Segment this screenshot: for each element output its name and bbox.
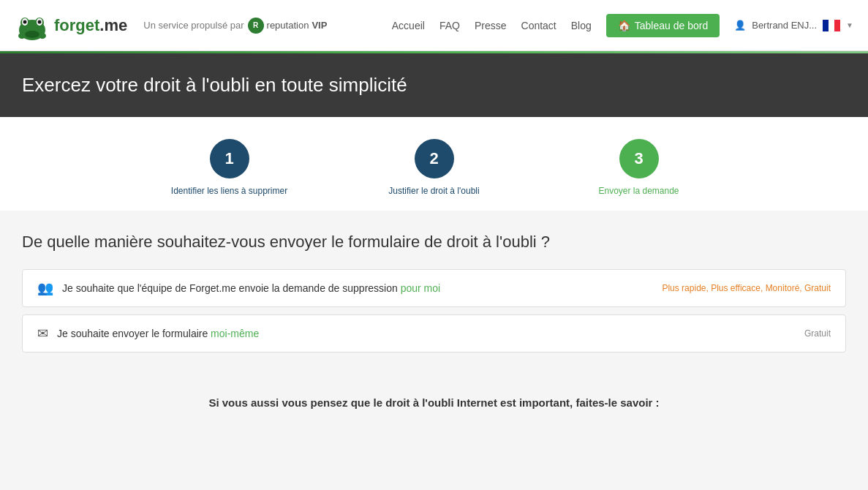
step-3-circle: 3 — [619, 139, 659, 178]
svg-point-7 — [25, 31, 39, 38]
option-self-badge: Gratuit — [804, 328, 831, 339]
option-team-badge: Plus rapide, Plus efficace, Monitoré, Gr… — [662, 283, 831, 293]
logo-brand: forget.me — [54, 16, 127, 35]
team-icon: 👥 — [37, 280, 53, 296]
option-self-left: ✉ Je souhaite envoyer le formulaire moi-… — [37, 325, 259, 342]
envelope-icon: ✉ — [37, 325, 48, 342]
svg-point-5 — [23, 20, 27, 23]
language-flag-icon — [823, 20, 840, 31]
powered-by-text: Un service propulsé par R reputation VIP — [143, 18, 327, 34]
step-3: 3 Envoyer la demande — [537, 139, 741, 196]
logo-area[interactable]: forget.me — [15, 8, 127, 43]
section-question: De quelle manière souhaitez-vous envoyer… — [22, 233, 846, 252]
hero-title: Exercez votre droit à l'oubli en toute s… — [22, 74, 846, 97]
user-icon: 👤 — [734, 20, 746, 31]
step-2-circle: 2 — [415, 139, 454, 178]
hero-banner: Exercez votre droit à l'oubli en toute s… — [0, 53, 868, 117]
step-1: 1 Identifier les liens à supprimer — [127, 139, 332, 196]
footer-cta: Si vous aussi vous pensez que le droit à… — [0, 374, 868, 431]
dashboard-label: Tableau de bord — [635, 20, 708, 31]
step-1-circle: 1 — [210, 139, 249, 178]
main-nav: Accueil FAQ Presse Contact Blog 🏠 Tablea… — [392, 14, 853, 37]
nav-presse[interactable]: Presse — [475, 20, 507, 31]
user-name: Bertrand ENJ... — [752, 20, 817, 31]
user-menu[interactable]: 👤 Bertrand ENJ... ▼ — [734, 20, 853, 31]
dashboard-button[interactable]: 🏠 Tableau de bord — [606, 14, 720, 37]
main-header: forget.me Un service propulsé par R repu… — [0, 0, 868, 51]
reputation-logo-icon: R — [248, 18, 264, 34]
dashboard-icon: 🏠 — [618, 20, 630, 31]
option-team-sends[interactable]: 👥 Je souhaite que l'équipe de Forget.me … — [22, 269, 846, 307]
step-3-label: Envoyer la demande — [598, 186, 679, 196]
option-self-text: Je souhaite envoyer le formulaire moi-mê… — [57, 328, 259, 339]
footer-cta-text: Si vous aussi vous pensez que le droit à… — [208, 396, 659, 409]
steps-section: 1 Identifier les liens à supprimer 2 Jus… — [0, 117, 868, 211]
step-1-label: Identifier les liens à supprimer — [171, 186, 287, 196]
chevron-down-icon: ▼ — [846, 21, 853, 29]
step-2: 2 Justifier le droit à l'oubli — [332, 139, 537, 196]
header-left: forget.me Un service propulsé par R repu… — [15, 8, 327, 43]
option-team-left: 👥 Je souhaite que l'équipe de Forget.me … — [37, 280, 440, 296]
reputation-vip-brand: R reputation VIP — [248, 18, 328, 34]
step-2-label: Justifier le droit à l'oubli — [388, 186, 479, 196]
nav-blog[interactable]: Blog — [571, 20, 592, 31]
option-self-sends[interactable]: ✉ Je souhaite envoyer le formulaire moi-… — [22, 314, 846, 353]
main-content: De quelle manière souhaitez-vous envoyer… — [0, 211, 868, 374]
svg-point-9 — [39, 33, 46, 39]
svg-point-8 — [18, 33, 26, 39]
nav-faq[interactable]: FAQ — [439, 20, 460, 31]
nav-contact[interactable]: Contact — [521, 20, 556, 31]
option-team-text: Je souhaite que l'équipe de Forget.me en… — [62, 282, 440, 294]
svg-point-6 — [38, 20, 42, 23]
nav-accueil[interactable]: Accueil — [392, 20, 425, 31]
logo-frog-icon — [15, 8, 50, 43]
